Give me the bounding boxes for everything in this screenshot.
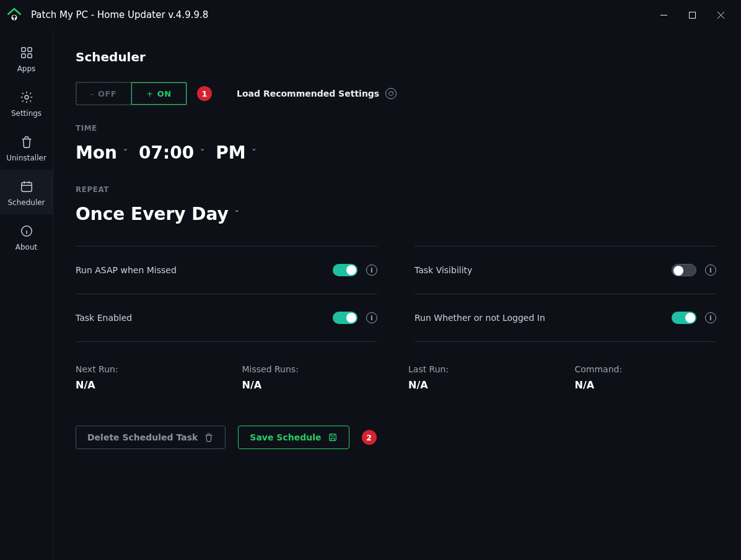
app-logo-icon [6,7,22,23]
page-title: Scheduler [76,50,716,64]
toggle-on[interactable]: +ON [131,82,186,105]
switch-run-asap[interactable] [333,264,357,276]
sidebar-item-about[interactable]: About [0,214,53,259]
info-icon[interactable]: i [366,312,377,323]
repeat-picker[interactable]: Once Every Day ˇ [76,204,239,224]
refresh-icon [385,88,397,99]
option-run-logged-in: Run Whether or not Logged In i [414,294,716,342]
toggle-off-label: OFF [98,89,116,98]
sidebar-item-uninstaller[interactable]: Uninstaller [0,125,53,170]
toggle-on-label: ON [157,89,172,98]
delete-schedule-button[interactable]: Delete Scheduled Task [76,426,226,449]
status-label: Last Run: [408,364,550,374]
repeat-value: Once Every Day [76,204,229,224]
svg-rect-7 [21,183,32,192]
switch-task-visibility[interactable] [672,264,696,276]
svg-rect-9 [329,434,336,441]
toggle-off[interactable]: -OFF [76,82,131,105]
status-last-run: Last Run: N/A [408,364,550,391]
trash-icon [204,432,214,442]
ampm-picker[interactable]: PM ˇ [216,142,256,163]
svg-rect-1 [689,12,695,18]
time-picker[interactable]: 07:00 ˇ [139,142,204,163]
close-button[interactable] [706,1,735,29]
sidebar-item-label: About [15,243,37,252]
time-section-label: TIME [76,124,716,133]
info-icon[interactable]: i [366,265,377,276]
save-icon [328,432,338,442]
info-icon [19,223,35,239]
sidebar: Apps Settings Uninstaller [0,30,53,560]
status-missed-runs: Missed Runs: N/A [242,364,384,391]
scheduler-toggle[interactable]: -OFF +ON [76,82,187,105]
svg-point-6 [25,95,28,99]
window-controls [649,1,735,29]
chevron-down-icon: ˇ [200,148,204,158]
minimize-button[interactable] [649,1,678,29]
button-label: Delete Scheduled Task [87,432,198,442]
status-command: Command: N/A [575,364,717,391]
chevron-down-icon: ˇ [252,148,256,158]
load-recommended-button[interactable]: Load Recommended Settings [229,83,404,104]
status-value: N/A [242,379,384,391]
sidebar-item-label: Apps [17,64,36,73]
switch-task-enabled[interactable] [333,312,357,324]
status-value: N/A [408,379,550,391]
sidebar-item-settings[interactable]: Settings [0,81,53,125]
option-label: Run ASAP when Missed [76,265,177,275]
apps-icon [19,45,35,61]
status-label: Command: [575,364,717,374]
status-value: N/A [575,379,717,391]
sidebar-item-scheduler[interactable]: Scheduler [0,170,53,214]
main-content: Scheduler -OFF +ON 1 Load Recommended Se… [53,30,741,560]
sidebar-item-apps[interactable]: Apps [0,36,53,81]
option-run-asap: Run ASAP when Missed i [76,246,377,294]
sidebar-item-label: Scheduler [7,198,45,207]
svg-rect-3 [27,48,31,51]
info-icon[interactable]: i [705,312,716,323]
status-label: Next Run: [76,364,217,374]
button-label: Save Schedule [250,432,321,442]
repeat-section-label: REPEAT [76,185,716,194]
svg-rect-2 [21,48,25,51]
option-task-visibility: Task Visibility i [414,246,716,294]
info-icon[interactable]: i [705,265,716,276]
annotation-badge-2: 2 [362,430,377,445]
svg-rect-5 [27,54,31,58]
annotation-badge-1: 1 [197,86,212,101]
calendar-icon [19,178,35,195]
switch-run-logged-in[interactable] [672,312,696,324]
option-task-enabled: Task Enabled i [76,294,377,342]
gear-icon [19,89,35,105]
load-recommended-label: Load Recommended Settings [237,89,379,98]
status-next-run: Next Run: N/A [76,364,217,391]
option-label: Run Whether or not Logged In [414,313,545,323]
chevron-down-icon: ˇ [235,209,239,219]
ampm-value: PM [216,142,245,163]
trash-icon [19,134,35,150]
save-schedule-button[interactable]: Save Schedule [238,426,349,449]
time-value: 07:00 [139,142,194,163]
option-label: Task Enabled [76,313,132,323]
svg-rect-4 [21,54,25,58]
chevron-down-icon: ˇ [123,148,128,158]
status-label: Missed Runs: [242,364,384,374]
title-bar: Patch My PC - Home Updater v.4.9.9.8 [0,0,741,30]
day-picker[interactable]: Mon ˇ [76,142,128,163]
option-label: Task Visibility [414,265,472,275]
day-value: Mon [76,142,117,163]
window-title: Patch My PC - Home Updater v.4.9.9.8 [31,9,208,20]
sidebar-item-label: Settings [11,109,42,118]
sidebar-item-label: Uninstaller [6,154,46,162]
status-value: N/A [76,379,217,391]
maximize-button[interactable] [678,1,706,29]
